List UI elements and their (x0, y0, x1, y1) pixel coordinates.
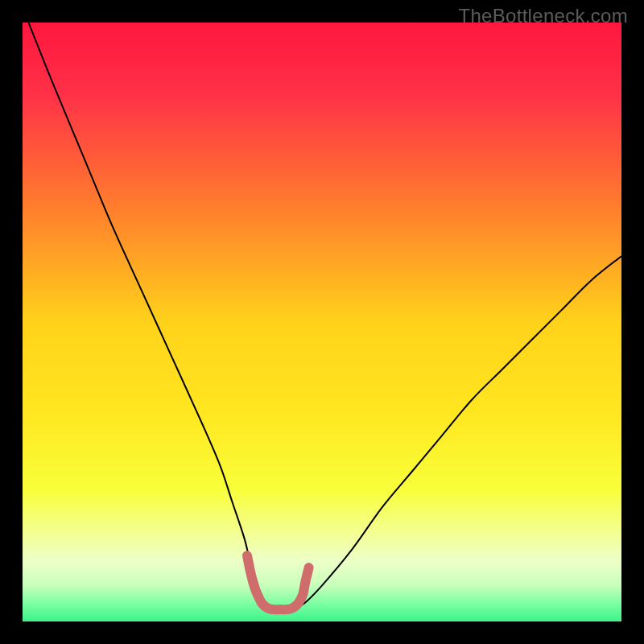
plot-area (23, 23, 621, 621)
curve-layer (23, 23, 621, 621)
watermark-text: TheBottleneck.com (458, 5, 628, 27)
flat-minimum-marker (247, 555, 309, 609)
chart-frame: TheBottleneck.com (0, 0, 644, 644)
bottleneck-curve (28, 23, 621, 609)
